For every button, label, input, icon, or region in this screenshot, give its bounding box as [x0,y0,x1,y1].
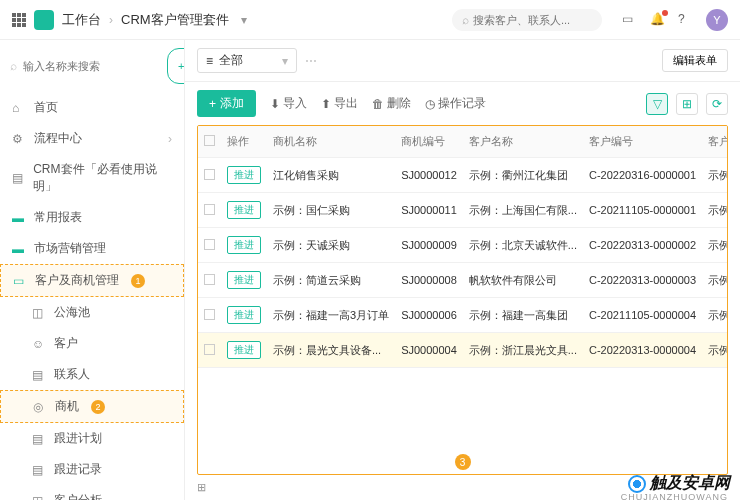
clock-icon: ◷ [425,97,435,111]
checkbox[interactable] [204,274,215,285]
cell-cust-code: C-20211105-0000001 [583,193,702,228]
sidebar-item-marketing[interactable]: ▬市场营销管理 [0,233,184,264]
trash-icon: 🗑 [372,97,384,111]
column-settings-button[interactable]: ⊞ [676,93,698,115]
checkbox[interactable] [204,344,215,355]
badge-3: 3 [455,454,471,470]
chevron-right-icon: › [109,13,113,27]
promote-button[interactable]: 推进 [227,201,261,219]
watermark-logo-icon [628,475,646,493]
bell-icon[interactable]: 🔔 [650,12,666,28]
table-row[interactable]: 推进 示例：晨光文具设备... SJ0000004 示例：浙江晨光文具... C… [198,333,728,368]
cell-name: 江化销售采购 [267,158,395,193]
breadcrumb-suite[interactable]: CRM客户管理套件 [121,11,229,29]
table-row[interactable]: 推进 示例：天诚采购 SJ0000009 示例：北京天诚软件... C-2022… [198,228,728,263]
sidebar-item-followup-record[interactable]: ▤跟进记录 [0,454,184,485]
flow-icon: ⚙ [12,132,26,146]
list-icon: ≡ [206,54,213,68]
checkbox[interactable] [204,169,215,180]
sidebar-item-customer-analysis[interactable]: ◫客户分析 [0,485,184,500]
filter-button[interactable]: ▽ [646,93,668,115]
sidebar-item-pool[interactable]: ◫公海池 [0,297,184,328]
col-name[interactable]: 商机名称 [267,126,395,158]
delete-button[interactable]: 🗑删除 [372,95,411,112]
promote-button[interactable]: 推进 [227,271,261,289]
caret-down-icon[interactable]: ▾ [241,13,247,27]
table-row[interactable]: 推进 江化销售采购 SJ0000012 示例：衢州江化集团 C-20220316… [198,158,728,193]
col-cust-code[interactable]: 客户编号 [583,126,702,158]
col-action[interactable]: 操作 [221,126,267,158]
cell-cust-code: C-20220313-0000004 [583,333,702,368]
checkbox-all[interactable] [204,135,215,146]
cell-code: SJ0000009 [395,228,463,263]
promote-button[interactable]: 推进 [227,166,261,184]
sidebar-item-reports[interactable]: ▬常用报表 [0,202,184,233]
cell-cust: 示例：浙江晨光文具... [463,333,583,368]
cell-cust: 帆软软件有限公司 [463,263,583,298]
cell-code: SJ0000006 [395,298,463,333]
breadcrumb-workspace[interactable]: 工作台 [62,11,101,29]
help-icon[interactable]: ? [678,12,694,28]
avatar[interactable]: Y [706,9,728,31]
checkbox[interactable] [204,309,215,320]
import-button[interactable]: ⬇导入 [270,95,307,112]
sidebar: ⌕ + 新建 ⋯ ⌂首页 ⚙流程中心› ▤CRM套件「必看使用说明」 ▬常用报表… [0,40,185,500]
cell-code: SJ0000011 [395,193,463,228]
search-input[interactable] [473,14,592,26]
cell-cust-code: C-20220313-0000003 [583,263,702,298]
add-button[interactable]: + 添加 [197,90,256,117]
table-row[interactable]: 推进 示例：简道云采购 SJ0000008 帆软软件有限公司 C-2022031… [198,263,728,298]
new-button[interactable]: + 新建 [167,48,185,84]
app-menu-icon[interactable] [12,13,26,27]
global-search[interactable]: ⌕ [452,9,602,31]
cell-code: SJ0000012 [395,158,463,193]
cell-cust-code: C-20211105-0000004 [583,298,702,333]
export-button[interactable]: ⬆导出 [321,95,358,112]
cell-name: 示例：晨光文具设备... [267,333,395,368]
more-icon[interactable]: ⋯ [305,54,317,68]
doc-icon: ▤ [12,171,25,185]
cell-contact: 示例：李清海 [702,228,728,263]
sidebar-item-opportunity[interactable]: ◎商机2 [0,390,184,423]
sidebar-item-workflow[interactable]: ⚙流程中心› [0,123,184,154]
log-button[interactable]: ◷操作记录 [425,95,486,112]
logo-icon [34,10,54,30]
cell-cust: 示例：福建一高集团 [463,298,583,333]
table-row[interactable]: 推进 示例：福建一高3月订单 SJ0000006 示例：福建一高集团 C-202… [198,298,728,333]
sidebar-search-input[interactable] [23,60,161,72]
search-icon: ⌕ [10,59,17,73]
cell-name: 示例：简道云采购 [267,263,395,298]
promote-button[interactable]: 推进 [227,341,261,359]
promote-button[interactable]: 推进 [227,306,261,324]
contact-icon: ▤ [32,368,46,382]
badge-1: 1 [131,274,145,288]
sidebar-item-home[interactable]: ⌂首页 [0,92,184,123]
sidebar-item-customer[interactable]: ☺客户 [0,328,184,359]
refresh-button[interactable]: ⟳ [706,93,728,115]
opportunity-icon: ◎ [33,400,47,414]
sidebar-item-followup-plan[interactable]: ▤跟进计划 [0,423,184,454]
folder-open-icon: ▭ [13,274,27,288]
sidebar-item-customer-opportunity[interactable]: ▭客户及商机管理1 [0,264,184,297]
col-contact[interactable]: 客户联系人 [702,126,728,158]
record-icon: ▤ [32,463,46,477]
table-row[interactable]: 推进 示例：国仁采购 SJ0000011 示例：上海国仁有限... C-2021… [198,193,728,228]
cell-cust: 示例：上海国仁有限... [463,193,583,228]
col-cust[interactable]: 客户名称 [463,126,583,158]
cell-name: 示例：福建一高3月订单 [267,298,395,333]
cell-cust: 示例：北京天诚软件... [463,228,583,263]
sidebar-item-contact[interactable]: ▤联系人 [0,359,184,390]
checkbox[interactable] [204,239,215,250]
view-selector[interactable]: ≡ 全部 ▾ [197,48,297,73]
chevron-right-icon: › [168,132,172,146]
pool-icon: ◫ [32,306,46,320]
user-icon: ☺ [32,337,46,351]
col-code[interactable]: 商机编号 [395,126,463,158]
grid-icon[interactable]: ⊞ [197,481,206,494]
checkbox[interactable] [204,204,215,215]
search-icon: ⌕ [462,13,469,27]
edit-form-button[interactable]: 编辑表单 [662,49,728,72]
promote-button[interactable]: 推进 [227,236,261,254]
sidebar-item-suite-doc[interactable]: ▤CRM套件「必看使用说明」 [0,154,184,202]
notebook-icon[interactable]: ▭ [622,12,638,28]
